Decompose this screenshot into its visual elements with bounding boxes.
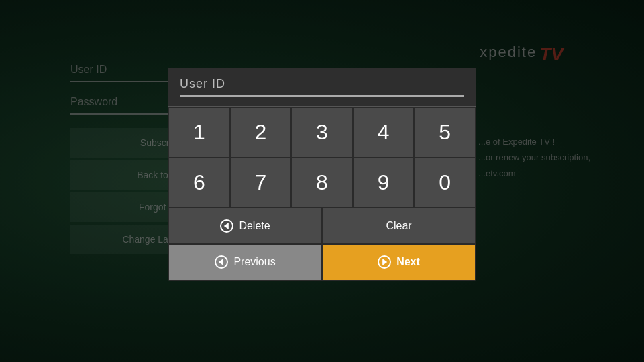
dialog-header [168,68,476,107]
modal-overlay: 1 2 3 4 5 6 7 8 9 0 Delete Clear [0,0,644,362]
delete-label: Delete [239,220,270,232]
next-label: Next [396,256,420,268]
key-2[interactable]: 2 [231,108,291,157]
key-3[interactable]: 3 [292,108,352,157]
key-6[interactable]: 6 [169,158,229,207]
key-8[interactable]: 8 [292,158,352,207]
action-row: Delete Clear [168,208,476,245]
key-1[interactable]: 1 [169,108,229,157]
key-7[interactable]: 7 [231,158,291,207]
input-underline [180,95,464,97]
key-9[interactable]: 9 [354,158,414,207]
numpad-grid: 1 2 3 4 5 6 7 8 9 0 [168,107,476,208]
previous-button[interactable]: Previous [169,245,321,280]
clear-label: Clear [386,220,411,232]
key-5[interactable]: 5 [415,108,475,157]
userid-input[interactable] [180,77,464,91]
next-icon [378,255,391,269]
previous-icon [215,255,228,269]
key-4[interactable]: 4 [354,108,414,157]
numpad-dialog: 1 2 3 4 5 6 7 8 9 0 Delete Clear [168,68,476,281]
nav-row: Previous Next [168,245,476,281]
clear-button[interactable]: Clear [323,208,475,243]
delete-button[interactable]: Delete [169,208,321,243]
key-0[interactable]: 0 [415,158,475,207]
next-button[interactable]: Next [323,245,475,280]
previous-label: Previous [233,256,275,268]
delete-icon [220,219,233,233]
